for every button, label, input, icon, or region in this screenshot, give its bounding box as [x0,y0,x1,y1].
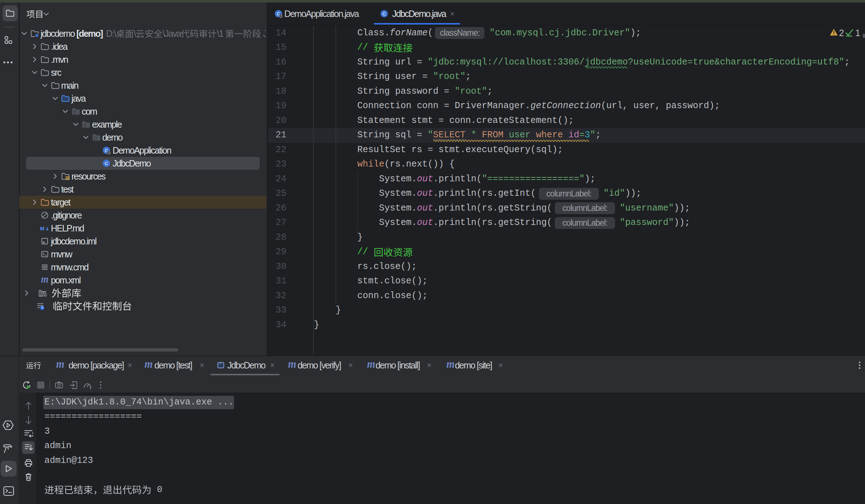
svg-text:C: C [382,11,386,17]
svg-text:M: M [40,226,44,231]
svg-text:m: m [288,361,297,370]
svg-text:m: m [447,361,455,370]
svg-text:m: m [41,276,48,284]
svg-text:m: m [56,361,65,370]
svg-text:C: C [105,161,108,166]
svg-text:m: m [367,361,376,370]
svg-text:m: m [145,361,153,370]
